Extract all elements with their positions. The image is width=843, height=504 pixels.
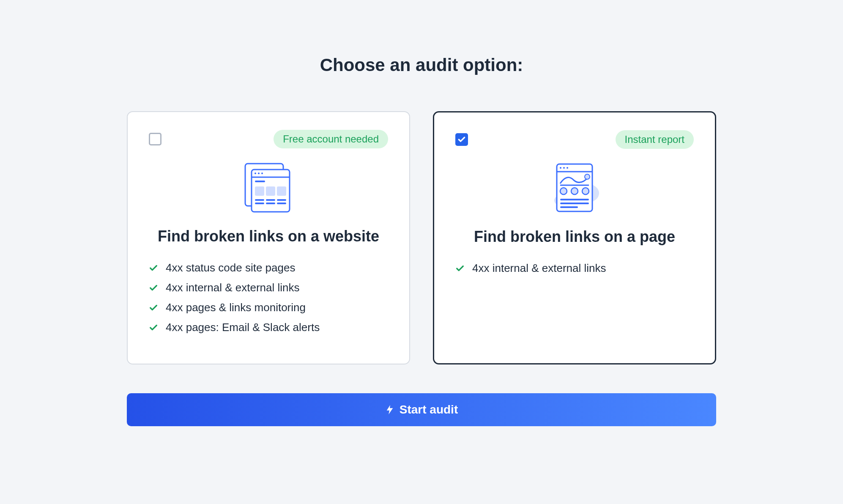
feature-item: 4xx internal & external links bbox=[149, 278, 388, 298]
features-list: 4xx internal & external links bbox=[455, 258, 694, 278]
single-page-icon bbox=[455, 162, 694, 214]
start-audit-button[interactable]: Start audit bbox=[127, 393, 716, 426]
page-title: Choose an audit option: bbox=[320, 55, 523, 75]
feature-text: 4xx internal & external links bbox=[166, 281, 299, 294]
check-icon bbox=[149, 303, 158, 312]
svg-rect-9 bbox=[255, 186, 264, 196]
svg-point-29 bbox=[582, 188, 589, 194]
svg-rect-10 bbox=[266, 186, 275, 196]
audit-option-website[interactable]: Free account needed bbox=[127, 111, 410, 364]
card-title-website: Find broken links on a website bbox=[149, 227, 388, 245]
badge-instant-report: Instant report bbox=[616, 130, 694, 149]
check-icon bbox=[149, 323, 158, 332]
check-icon bbox=[455, 264, 465, 273]
svg-rect-32 bbox=[560, 206, 578, 208]
checkbox-unchecked-icon[interactable] bbox=[149, 133, 161, 145]
feature-text: 4xx pages & links monitoring bbox=[166, 301, 306, 314]
svg-rect-16 bbox=[277, 199, 286, 201]
svg-point-23 bbox=[563, 167, 565, 169]
audit-options-row: Free account needed bbox=[127, 111, 716, 364]
svg-rect-12 bbox=[255, 199, 264, 201]
checkbox-checked-icon[interactable] bbox=[455, 133, 468, 146]
check-icon bbox=[149, 283, 158, 293]
svg-point-22 bbox=[560, 167, 561, 169]
audit-option-page[interactable]: Instant report Find bro bbox=[433, 111, 716, 364]
svg-point-24 bbox=[567, 167, 568, 169]
feature-text: 4xx status code site pages bbox=[166, 261, 295, 274]
feature-item: 4xx internal & external links bbox=[455, 258, 694, 278]
svg-rect-13 bbox=[255, 203, 264, 204]
svg-rect-17 bbox=[277, 203, 286, 204]
check-icon bbox=[149, 263, 158, 273]
lightning-icon bbox=[385, 404, 394, 415]
svg-rect-30 bbox=[560, 199, 589, 200]
svg-rect-11 bbox=[277, 186, 286, 196]
svg-rect-15 bbox=[266, 203, 275, 204]
card-title-page: Find broken links on a page bbox=[455, 228, 694, 246]
badge-free-account: Free account needed bbox=[274, 130, 388, 148]
svg-point-6 bbox=[258, 173, 260, 174]
feature-item: 4xx status code site pages bbox=[149, 258, 388, 278]
svg-point-5 bbox=[255, 173, 256, 174]
svg-point-27 bbox=[560, 188, 567, 194]
feature-item: 4xx pages & links monitoring bbox=[149, 298, 388, 318]
website-pages-icon bbox=[149, 161, 388, 214]
svg-point-28 bbox=[571, 188, 578, 194]
feature-item: 4xx pages: Email & Slack alerts bbox=[149, 318, 388, 337]
svg-rect-31 bbox=[560, 203, 589, 204]
svg-point-25 bbox=[585, 174, 590, 179]
svg-rect-14 bbox=[266, 199, 275, 201]
card-top-row: Instant report bbox=[455, 130, 694, 149]
card-top-row: Free account needed bbox=[149, 130, 388, 148]
svg-rect-8 bbox=[255, 181, 265, 182]
features-list: 4xx status code site pages 4xx internal … bbox=[149, 258, 388, 337]
feature-text: 4xx pages: Email & Slack alerts bbox=[166, 321, 320, 334]
svg-point-7 bbox=[261, 173, 263, 174]
start-audit-label: Start audit bbox=[400, 403, 458, 416]
feature-text: 4xx internal & external links bbox=[472, 262, 606, 275]
